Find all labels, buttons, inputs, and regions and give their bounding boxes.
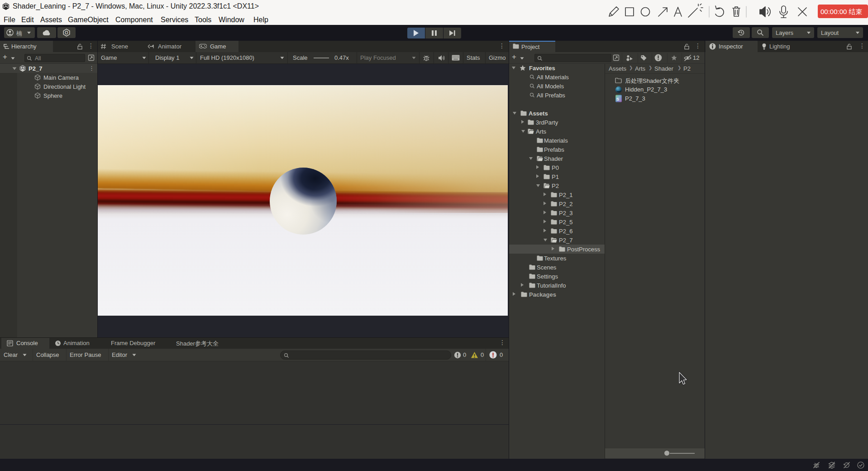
svg-text:O: O — [65, 30, 68, 35]
svg-text:S: S — [616, 97, 619, 101]
